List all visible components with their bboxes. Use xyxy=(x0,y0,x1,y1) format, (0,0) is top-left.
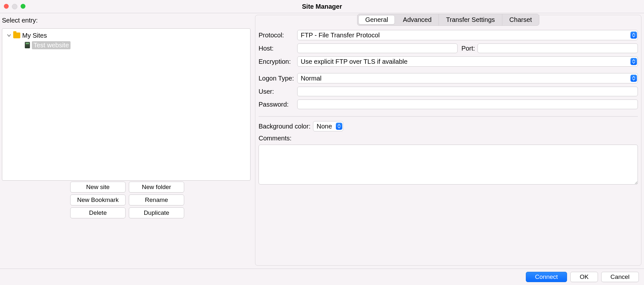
tab-charset[interactable]: Charset xyxy=(502,14,539,25)
general-form: Protocol: FTP - File Transfer Protocol H… xyxy=(259,30,638,186)
rename-button[interactable]: Rename xyxy=(129,195,184,205)
window-title: Site Manager xyxy=(0,3,644,10)
duplicate-button[interactable]: Duplicate xyxy=(129,207,184,218)
tree-site-label: Test website xyxy=(32,41,71,49)
tree-root-label: My Sites xyxy=(22,32,47,39)
server-icon xyxy=(25,42,30,48)
protocol-label: Protocol: xyxy=(259,32,297,39)
tree-item-root[interactable]: My Sites xyxy=(2,31,250,40)
tree-item-site[interactable]: Test website xyxy=(2,40,250,50)
site-tree[interactable]: My Sites Test website xyxy=(2,28,251,181)
user-label: User: xyxy=(259,88,297,95)
tab-strip: General Advanced Transfer Settings Chars… xyxy=(255,15,641,27)
encryption-label: Encryption: xyxy=(259,58,297,65)
dialog-footer: Connect OK Cancel xyxy=(0,269,644,285)
password-input[interactable] xyxy=(297,100,638,109)
logon-type-value: Normal xyxy=(301,75,321,82)
delete-button[interactable]: Delete xyxy=(70,207,126,218)
comments-label: Comments: xyxy=(259,135,638,142)
folder-icon xyxy=(13,33,20,38)
host-input[interactable] xyxy=(297,43,458,53)
tab-general[interactable]: General xyxy=(358,15,395,24)
encryption-value: Use explicit FTP over TLS if available xyxy=(301,58,408,65)
user-input[interactable] xyxy=(297,87,638,96)
comments-textarea[interactable] xyxy=(259,145,638,185)
logon-type-select[interactable]: Normal xyxy=(297,73,638,83)
bgcolor-label: Background color: xyxy=(259,123,310,130)
bgcolor-value: None xyxy=(317,123,332,130)
port-label: Port: xyxy=(461,45,475,52)
bgcolor-select[interactable]: None xyxy=(313,121,343,131)
tab-transfer-settings[interactable]: Transfer Settings xyxy=(439,14,502,25)
updown-arrows-icon xyxy=(336,123,342,130)
site-actions: New site New folder New Bookmark Rename … xyxy=(70,182,184,218)
protocol-select[interactable]: FTP - File Transfer Protocol xyxy=(297,30,638,40)
host-label: Host: xyxy=(259,45,297,52)
updown-arrows-icon xyxy=(630,75,637,82)
updown-arrows-icon xyxy=(630,32,637,39)
logon-type-label: Logon Type: xyxy=(259,75,297,82)
new-bookmark-button[interactable]: New Bookmark xyxy=(70,195,126,205)
password-label: Password: xyxy=(259,101,297,108)
divider xyxy=(259,116,638,117)
encryption-select[interactable]: Use explicit FTP over TLS if available xyxy=(297,56,638,67)
settings-panel: General Advanced Transfer Settings Chars… xyxy=(255,15,641,266)
tab-advanced[interactable]: Advanced xyxy=(396,14,439,25)
chevron-down-icon[interactable] xyxy=(7,33,11,38)
new-site-button[interactable]: New site xyxy=(70,182,126,193)
updown-arrows-icon xyxy=(630,58,637,65)
ok-button[interactable]: OK xyxy=(570,272,598,282)
select-entry-label: Select entry: xyxy=(2,17,38,24)
new-folder-button[interactable]: New folder xyxy=(129,182,184,193)
protocol-value: FTP - File Transfer Protocol xyxy=(301,32,380,39)
cancel-button[interactable]: Cancel xyxy=(601,272,639,282)
connect-button[interactable]: Connect xyxy=(526,272,567,282)
port-input[interactable] xyxy=(478,43,638,53)
titlebar: Site Manager xyxy=(0,0,644,13)
